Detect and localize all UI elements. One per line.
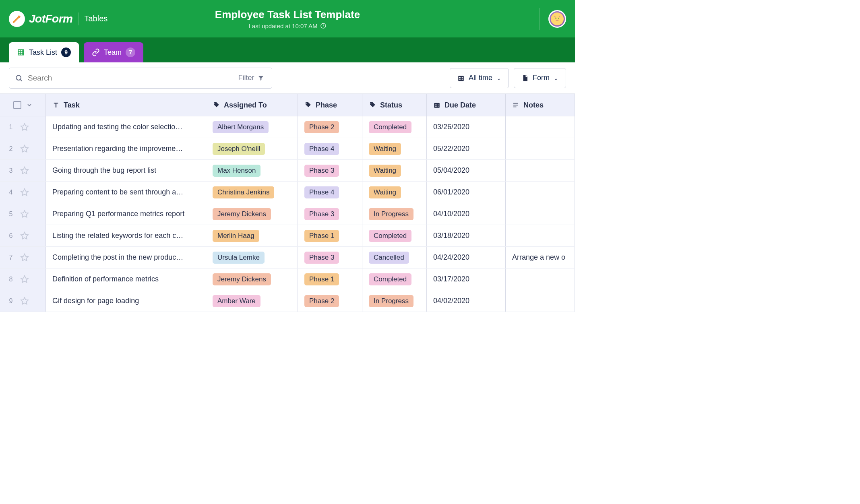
cell-status[interactable]: Completed <box>362 225 427 246</box>
cell-assigned[interactable]: Merlin Haag <box>206 225 298 246</box>
cell-date[interactable]: 06/01/2020 <box>427 182 506 203</box>
cell-assigned[interactable]: Ursula Lemke <box>206 247 298 268</box>
col-header-notes[interactable]: Notes <box>506 94 575 116</box>
cell-status[interactable]: In Progress <box>362 290 427 312</box>
col-header-phase[interactable]: Phase <box>298 94 362 116</box>
cell-phase[interactable]: Phase 4 <box>298 138 362 159</box>
cell-task[interactable]: Preparing Q1 performance metrics report <box>46 203 206 225</box>
star-icon[interactable] <box>20 231 29 240</box>
document-title[interactable]: Employee Task List Template <box>215 8 360 21</box>
row-number: 2 <box>8 145 14 153</box>
chevron-down-icon[interactable] <box>26 102 33 108</box>
row-number: 6 <box>8 232 14 240</box>
filter-button[interactable]: Filter <box>230 68 272 88</box>
cell-date[interactable]: 04/24/2020 <box>427 247 506 268</box>
cell-phase[interactable]: Phase 3 <box>298 247 362 268</box>
col-header-assigned[interactable]: Assigned To <box>206 94 298 116</box>
svg-rect-12 <box>435 105 436 105</box>
table-row[interactable]: 6Listing the related keywords for each c… <box>0 225 575 247</box>
cell-assigned[interactable]: Jeremy Dickens <box>206 203 298 225</box>
cell-task[interactable]: Updating and testing the color selectio… <box>46 116 206 138</box>
svg-rect-8 <box>459 78 460 79</box>
table-row[interactable]: 8Definition of performance metricsJeremy… <box>0 269 575 290</box>
cell-date[interactable]: 03/26/2020 <box>427 116 506 138</box>
star-icon[interactable] <box>20 166 29 175</box>
cell-phase[interactable]: Phase 3 <box>298 160 362 181</box>
cell-task[interactable]: Going through the bug report list <box>46 160 206 181</box>
table-row[interactable]: 2Presentation regarding the improveme…Jo… <box>0 138 575 160</box>
table-row[interactable]: 3Going through the bug report listMax He… <box>0 160 575 182</box>
star-icon[interactable] <box>20 123 29 132</box>
cell-status[interactable]: Waiting <box>362 160 427 181</box>
cell-status[interactable]: In Progress <box>362 203 427 225</box>
select-all-checkbox[interactable] <box>13 101 21 109</box>
cell-date[interactable]: 04/02/2020 <box>427 290 506 312</box>
cell-task[interactable]: Gif design for page loading <box>46 290 206 312</box>
cell-date[interactable]: 05/22/2020 <box>427 138 506 159</box>
col-header-date[interactable]: Due Date <box>427 94 506 116</box>
cell-notes[interactable] <box>506 160 575 181</box>
table-row[interactable]: 4Preparing content to be sent through a…… <box>0 182 575 203</box>
cell-phase[interactable]: Phase 2 <box>298 290 362 312</box>
tab-task-list[interactable]: Task List 9 <box>9 42 79 62</box>
form-button[interactable]: Form ⌄ <box>514 68 566 88</box>
col-header-notes-label: Notes <box>523 101 544 109</box>
cell-notes[interactable] <box>506 116 575 138</box>
cell-date[interactable]: 03/17/2020 <box>427 269 506 290</box>
row-number: 8 <box>8 276 14 283</box>
search-input[interactable] <box>9 68 230 88</box>
cell-assigned[interactable]: Amber Ware <box>206 290 298 312</box>
table-row[interactable]: 5Preparing Q1 performance metrics report… <box>0 203 575 225</box>
cell-date[interactable]: 04/10/2020 <box>427 203 506 225</box>
star-icon[interactable] <box>20 145 29 153</box>
star-icon[interactable] <box>20 297 29 306</box>
cell-notes[interactable]: Arrange a new o <box>506 247 575 268</box>
phase-pill: Phase 4 <box>304 186 339 198</box>
cell-status[interactable]: Completed <box>362 269 427 290</box>
cell-notes[interactable] <box>506 203 575 225</box>
cell-assigned[interactable]: Jeremy Dickens <box>206 269 298 290</box>
task-text: Preparing content to be sent through a… <box>52 188 183 196</box>
star-icon[interactable] <box>20 210 29 219</box>
cell-assigned[interactable]: Albert Morgans <box>206 116 298 138</box>
cell-date[interactable]: 03/18/2020 <box>427 225 506 246</box>
cell-status[interactable]: Waiting <box>362 182 427 203</box>
col-header-task[interactable]: Task <box>46 94 206 116</box>
section-name[interactable]: Tables <box>85 14 108 23</box>
cell-date[interactable]: 05/04/2020 <box>427 160 506 181</box>
logo[interactable]: JotForm <box>9 11 73 27</box>
cell-phase[interactable]: Phase 1 <box>298 225 362 246</box>
cell-notes[interactable] <box>506 225 575 246</box>
cell-notes[interactable] <box>506 182 575 203</box>
star-icon[interactable] <box>20 275 29 284</box>
date-range-button[interactable]: All time ⌄ <box>450 68 509 88</box>
cell-phase[interactable]: Phase 2 <box>298 116 362 138</box>
cell-task[interactable]: Completing the post in the new produc… <box>46 247 206 268</box>
cell-notes[interactable] <box>506 138 575 159</box>
cell-status[interactable]: Completed <box>362 116 427 138</box>
star-icon[interactable] <box>20 188 29 197</box>
search-filter-group: Filter <box>9 68 272 89</box>
cell-assigned[interactable]: Joseph O'neill <box>206 138 298 159</box>
cell-phase[interactable]: Phase 3 <box>298 203 362 225</box>
cell-notes[interactable] <box>506 269 575 290</box>
user-avatar[interactable] <box>548 10 566 28</box>
cell-notes[interactable] <box>506 290 575 312</box>
cell-assigned[interactable]: Max Henson <box>206 160 298 181</box>
cell-task[interactable]: Definition of performance metrics <box>46 269 206 290</box>
cell-phase[interactable]: Phase 4 <box>298 182 362 203</box>
row-gutter: 8 <box>0 269 46 290</box>
star-icon[interactable] <box>20 253 29 262</box>
cell-task[interactable]: Listing the related keywords for each c… <box>46 225 206 246</box>
cell-status[interactable]: Cancelled <box>362 247 427 268</box>
cell-phase[interactable]: Phase 1 <box>298 269 362 290</box>
cell-assigned[interactable]: Christina Jenkins <box>206 182 298 203</box>
cell-status[interactable]: Waiting <box>362 138 427 159</box>
table-row[interactable]: 1Updating and testing the color selectio… <box>0 116 575 138</box>
cell-task[interactable]: Presentation regarding the improveme… <box>46 138 206 159</box>
tab-team[interactable]: Team 7 <box>84 42 143 62</box>
table-row[interactable]: 7Completing the post in the new produc…U… <box>0 247 575 269</box>
cell-task[interactable]: Preparing content to be sent through a… <box>46 182 206 203</box>
table-row[interactable]: 9Gif design for page loadingAmber WarePh… <box>0 290 575 312</box>
col-header-status[interactable]: Status <box>362 94 427 116</box>
